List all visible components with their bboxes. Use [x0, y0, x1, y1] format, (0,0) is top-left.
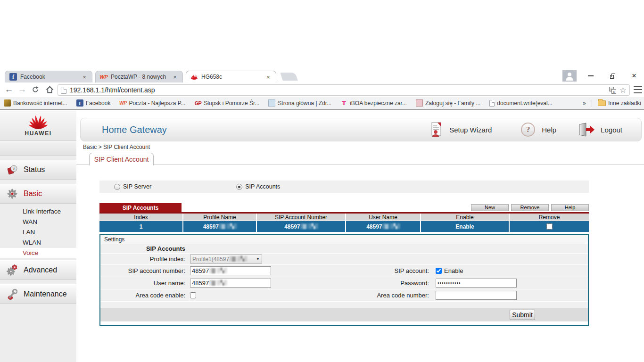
sidebar-item-basic[interactable]: Basic	[0, 184, 76, 204]
profile-button[interactable]	[562, 70, 577, 82]
sip-account-enable-label: Enable	[444, 267, 463, 274]
facebook-icon: f	[76, 99, 83, 107]
home-button[interactable]	[43, 83, 56, 96]
tab-hg658c[interactable]: HG658c ×	[186, 71, 276, 82]
user-name-input[interactable]: 48597	[190, 279, 271, 288]
minimize-button[interactable]	[581, 70, 601, 82]
sip-account-number-value: 48597	[192, 267, 209, 274]
bookmark-slupsk[interactable]: GP Słupsk i Pomorze Śr...	[194, 99, 259, 107]
site-icon	[268, 99, 275, 107]
sip-accounts-radio[interactable]	[236, 184, 242, 190]
bookmark-facebook[interactable]: f Facebook	[76, 99, 111, 107]
new-button[interactable]: New	[471, 204, 509, 211]
redaction-scribble	[382, 223, 400, 229]
bookmark-label: Strona główna | Zdr...	[278, 100, 331, 107]
redaction-scribble	[209, 268, 226, 273]
sidebar-item-status[interactable]: i Status	[0, 160, 76, 180]
bookmark-strona-glowna[interactable]: Strona główna | Zdr...	[268, 99, 331, 107]
tab-close-icon[interactable]: ×	[172, 74, 178, 81]
area-code-number-label: Area code number:	[303, 289, 429, 301]
sip-accounts-table: New Remove Help SIP Accounts Index Profi…	[99, 203, 589, 232]
tab-close-icon[interactable]: ×	[81, 74, 88, 81]
tab-title: HG658c	[201, 74, 262, 80]
home-icon	[46, 86, 54, 94]
browser-menu-button[interactable]	[634, 86, 642, 93]
bookmarks-overflow-button[interactable]: »	[583, 99, 586, 107]
password-label: Password:	[303, 277, 429, 289]
bookmark-bankowosc[interactable]: Bankowość internet...	[4, 99, 67, 107]
submit-button[interactable]: Submit	[510, 310, 535, 320]
password-input[interactable]: •••••••••••	[436, 279, 517, 288]
bookmark-star-icon[interactable]: ☆	[619, 85, 627, 95]
area-code-enable-label: Area code enable:	[100, 289, 185, 301]
bookmark-label: iBOA bezpieczne zar...	[350, 100, 407, 107]
huawei-flower-icon	[27, 115, 49, 130]
forward-button[interactable]: →	[16, 83, 28, 96]
tab-facebook[interactable]: f Facebook ×	[5, 71, 92, 82]
bookmark-poczta[interactable]: WP Poczta - Najlepsza P...	[119, 99, 185, 107]
address-bar[interactable]: 192.168.1.1/html/content.asp a a ☆	[58, 84, 630, 96]
sidebar-item-lan[interactable]: LAN	[0, 227, 76, 238]
remove-button[interactable]: Remove	[511, 204, 549, 211]
setup-wizard-icon[interactable]	[429, 122, 444, 137]
page-icon	[61, 87, 66, 94]
restore-button[interactable]	[603, 70, 622, 82]
redaction-scribble	[229, 256, 247, 261]
tab-close-icon[interactable]: ×	[265, 74, 272, 81]
sidebar-item-advanced[interactable]: Advanced	[0, 260, 76, 280]
user-name-value: 48597	[192, 280, 209, 287]
table-row[interactable]: 1 48597 48597 48597 Enable	[99, 221, 589, 232]
bookmark-iboa[interactable]: T iBOA bezpieczne zar...	[340, 99, 407, 107]
help-icon[interactable]: ?	[521, 123, 535, 137]
close-button[interactable]: ×	[624, 70, 644, 82]
column-header: User Name	[346, 214, 420, 221]
sip-account-number-label: SIP account number:	[100, 265, 185, 277]
column-header: Remove	[510, 214, 589, 221]
sip-server-radio[interactable]	[114, 184, 120, 190]
chevron-down-icon: ▼	[256, 257, 260, 261]
settings-panel-title: Settings	[100, 235, 588, 244]
bookmark-zaloguj[interactable]: Zaloguj się - Family ...	[416, 99, 480, 107]
new-tab-button[interactable]	[280, 73, 298, 81]
logout-icon[interactable]	[577, 123, 595, 137]
url-input[interactable]: 192.168.1.1/html/content.asp	[70, 86, 606, 94]
back-icon: ←	[5, 84, 14, 95]
profile-index-select[interactable]: Profile1(48597 ▼	[190, 255, 262, 263]
sidebar-item-link-interface[interactable]: Link Interface	[0, 206, 76, 217]
sip-account-number-input[interactable]: 48597	[190, 266, 271, 275]
back-button[interactable]: ←	[3, 83, 15, 96]
translate-icon[interactable]: a a	[609, 87, 616, 94]
sidebar-item-wlan[interactable]: WLAN	[0, 238, 76, 248]
sidebar-item-label: Advanced	[24, 266, 57, 274]
cell-sip-account-number: 48597	[257, 221, 345, 232]
bookmark-document-write[interactable]: document.write(eval...	[489, 100, 552, 107]
gp-icon: GP	[194, 99, 201, 107]
area-code-enable-checkbox[interactable]	[190, 292, 196, 298]
breadcrumb: Basic > SIP Client Account	[83, 144, 150, 150]
sidebar-item-wan[interactable]: WAN	[0, 217, 76, 227]
help-button[interactable]: Help	[551, 204, 589, 211]
area-code-number-input[interactable]	[436, 291, 517, 300]
sidebar-item-voice[interactable]: Voice	[0, 248, 76, 258]
sidebar-item-maintenance[interactable]: Maintenance	[0, 284, 76, 304]
close-icon: ×	[632, 71, 636, 81]
other-bookmarks-label: Inne zakładki	[608, 100, 641, 107]
redaction-scribble	[300, 223, 318, 229]
tab-sip-client-account[interactable]: SIP Client Account	[89, 153, 154, 165]
sidebar-item-label: Status	[24, 165, 45, 174]
huawei-favicon-icon	[190, 73, 198, 81]
help-link[interactable]: Help	[542, 126, 556, 134]
row-remove-checkbox[interactable]	[546, 223, 553, 230]
bookmark-label: document.write(eval...	[497, 100, 552, 107]
sip-server-label[interactable]: SIP Server	[123, 183, 151, 190]
basic-gear-icon	[6, 188, 18, 200]
user-name-row: User name: 48597 Password: •••••••••••	[100, 277, 588, 289]
tab-pocztawp[interactable]: WP PocztaWP - 8 nowych ×	[95, 71, 183, 82]
setup-wizard-link[interactable]: Setup Wizard	[449, 126, 492, 134]
other-bookmarks-button[interactable]: Inne zakładki	[598, 100, 641, 107]
sip-account-enable-checkbox[interactable]	[436, 268, 442, 274]
logout-link[interactable]: Logout	[601, 126, 622, 134]
sidebar-filler	[0, 141, 76, 156]
reload-button[interactable]	[29, 83, 41, 96]
sip-accounts-label[interactable]: SIP Accounts	[245, 183, 280, 190]
